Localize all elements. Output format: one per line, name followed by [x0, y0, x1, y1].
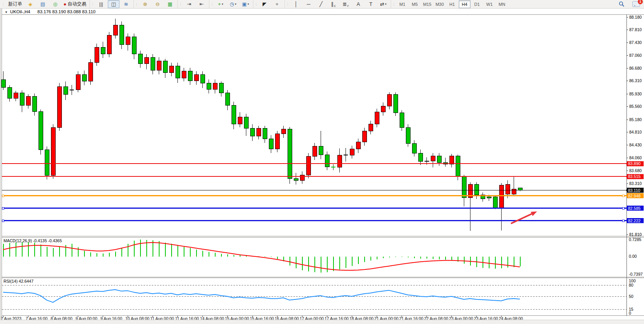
indicators-icon: + — [218, 2, 221, 7]
group-grip: ⋮ — [254, 2, 258, 6]
auto-trading-button[interactable]: ●自动交易 — [62, 0, 88, 8]
group-grip: ⋮ — [1, 2, 4, 6]
rsi-scale-label: 50 — [629, 294, 633, 299]
price-badge-label: 82.948 — [628, 194, 640, 198]
price-tick-label: 83.310 — [629, 181, 642, 186]
timeframe-m1[interactable]: M1 — [397, 0, 408, 8]
timeframe-m5[interactable]: M5 — [409, 0, 421, 8]
hline-handle[interactable] — [622, 207, 624, 209]
candles-layer — [1, 19, 522, 231]
candle-body — [518, 188, 522, 190]
candle-body — [39, 111, 43, 150]
trendline-icon[interactable]: ╱ — [315, 0, 327, 8]
arrow-head-icon[interactable] — [531, 211, 537, 216]
hline-handle[interactable] — [622, 195, 624, 197]
candle-body — [306, 157, 311, 175]
timeframe-h4[interactable]: H4 — [459, 0, 470, 8]
candle-body — [300, 175, 304, 180]
rsi-scale-label: 0 — [629, 311, 631, 315]
candlestick-type-icon[interactable]: ◫ — [108, 0, 119, 8]
toolbar-group-cursor: ⋮◤+ — [253, 0, 284, 8]
trendline-icon: ╱ — [319, 2, 323, 7]
symbol-dropdown-icon[interactable]: ▼ — [5, 11, 8, 14]
arrow-shaft[interactable] — [511, 214, 532, 224]
candle-body — [63, 86, 68, 94]
timeframe-d1[interactable]: D1 — [471, 0, 483, 8]
candle-body — [119, 25, 124, 44]
auto-scroll-icon[interactable]: ⇥ — [183, 0, 195, 8]
toolbar-group-insert: ⋮+▾◷▾▣▾ — [209, 0, 253, 8]
candle-body — [182, 71, 186, 78]
price-badge-label: 82.585 — [628, 206, 640, 211]
annotation-layer[interactable] — [511, 211, 537, 224]
timeframe-m15[interactable]: M15 — [421, 0, 433, 8]
text-label-icon[interactable]: T — [365, 0, 377, 8]
candle-body — [207, 83, 211, 90]
dropdown-arrow-icon[interactable]: ▾ — [247, 2, 249, 6]
candle-body — [244, 117, 248, 129]
price-tick-label: 83.680 — [629, 168, 642, 173]
toolbar-group-scroll: ⋮⇥⇤ — [177, 0, 209, 8]
hline-handle[interactable] — [2, 195, 4, 197]
candle-body — [126, 37, 130, 44]
timeframe-h1[interactable]: H1 — [446, 0, 458, 8]
hline-handle[interactable] — [2, 220, 4, 222]
chart-canvas[interactable]: ▼ UKOil-,H4 83.176 83.190 83.088 83.110 … — [0, 9, 644, 320]
timeframe-m30[interactable]: M30 — [434, 0, 446, 8]
text-icon: A — [357, 2, 360, 7]
price-tick-label: 88.180 — [629, 15, 642, 19]
zoom-out-icon[interactable]: ⊖ — [152, 0, 163, 8]
bar-chart-type-icon[interactable]: ||| — [95, 0, 107, 8]
candle-body — [200, 74, 205, 83]
candle-body — [269, 139, 273, 149]
candle-body — [499, 185, 504, 208]
candle-body — [213, 83, 217, 90]
data-window-icon[interactable]: ▤ — [37, 0, 49, 8]
tile-windows-icon[interactable]: ▦ — [164, 0, 176, 8]
crosshair-icon[interactable]: + — [271, 0, 283, 8]
indicators-icon[interactable]: +▾ — [215, 0, 226, 8]
candle-body — [113, 25, 118, 35]
cursor-icon[interactable]: ◤ — [259, 0, 270, 8]
notifications-button[interactable]: 1 — [632, 1, 640, 7]
candle-body — [512, 189, 516, 194]
auto-trading-button-label: 自动交易 — [68, 1, 86, 7]
line-chart-type-icon[interactable]: ≋ — [120, 0, 132, 8]
chart-window-icon[interactable]: ◈ — [25, 0, 36, 8]
navigator-icon[interactable]: ◎ — [49, 0, 61, 8]
horizontal-line-icon[interactable]: ─ — [303, 0, 314, 8]
candle-body — [387, 94, 391, 106]
hline-handle[interactable] — [622, 220, 624, 222]
candle-body — [188, 71, 192, 81]
arrows-icon[interactable]: ⇄▾ — [377, 0, 389, 8]
price-badge-label: 83.515 — [628, 174, 640, 179]
periods-icon[interactable]: ◷▾ — [227, 0, 239, 8]
toolbar-group-chart-types: ⋮|||◫≋ — [89, 0, 133, 8]
timeframe-mn[interactable]: MN — [496, 0, 508, 8]
candle-body — [456, 156, 460, 176]
new-order-button[interactable]: 新订单 — [5, 0, 24, 8]
equidistant-channel-icon[interactable]: ∥E — [328, 0, 339, 8]
candle-body — [412, 143, 416, 153]
chart-shift-icon[interactable]: ⇤ — [196, 0, 207, 8]
templates-icon[interactable]: ▣▾ — [240, 0, 251, 8]
candle-body — [275, 134, 279, 149]
dropdown-arrow-icon[interactable]: ▾ — [385, 2, 386, 6]
candle-body — [157, 61, 161, 70]
search-button[interactable] — [616, 0, 627, 8]
timeframe-w1[interactable]: W1 — [484, 0, 495, 8]
hline-handle[interactable] — [2, 207, 4, 209]
zoom-in-icon[interactable]: ⊕ — [139, 0, 151, 8]
dropdown-arrow-icon[interactable]: ▾ — [235, 2, 237, 6]
fibonacci-icon[interactable]: ≣F — [340, 0, 352, 8]
candle-body — [169, 66, 174, 73]
candle-body — [88, 63, 93, 81]
toolbar-group-orders: ⋮新订单◈▤◎●自动交易 — [0, 0, 89, 8]
text-icon[interactable]: A — [353, 0, 364, 8]
dropdown-arrow-icon[interactable]: ▾ — [222, 2, 223, 6]
candle-body — [107, 35, 111, 54]
candle-body — [194, 74, 198, 81]
group-grip: ⋮ — [135, 2, 138, 6]
line-chart-type-icon: ≋ — [124, 2, 128, 7]
vertical-line-icon[interactable]: │ — [290, 0, 302, 8]
